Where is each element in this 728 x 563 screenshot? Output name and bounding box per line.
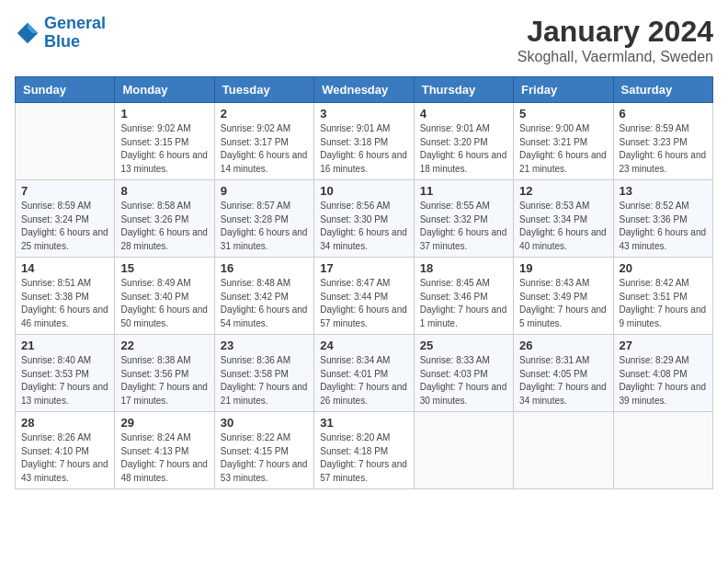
day-info: Sunrise: 9:01 AMSunset: 3:18 PMDaylight:… [320,122,407,176]
calendar-week-3: 21Sunrise: 8:40 AMSunset: 3:53 PMDayligh… [16,335,713,412]
day-number: 24 [320,339,407,352]
location-title: Skoghall, Vaermland, Sweden [518,49,713,65]
header-tuesday: Tuesday [214,77,313,103]
day-number: 22 [120,339,208,352]
header-sunday: Sunday [16,77,115,103]
day-number: 23 [221,339,308,352]
header-wednesday: Wednesday [314,77,414,103]
day-number: 25 [420,339,507,352]
calendar-cell: 6Sunrise: 8:59 AMSunset: 3:23 PMDaylight… [613,103,712,180]
day-info: Sunrise: 8:47 AMSunset: 3:44 PMDaylight:… [320,277,407,330]
calendar-week-1: 7Sunrise: 8:59 AMSunset: 3:24 PMDaylight… [16,180,713,258]
day-number: 19 [519,261,607,275]
day-number: 17 [320,261,407,275]
logo-line1: General [44,14,106,32]
calendar-cell: 7Sunrise: 8:59 AMSunset: 3:24 PMDaylight… [16,180,115,258]
day-info: Sunrise: 8:45 AMSunset: 3:46 PMDaylight:… [420,277,507,330]
day-number: 7 [21,184,108,198]
day-number: 29 [120,416,208,430]
logo-text: General Blue [44,15,106,52]
calendar-cell: 25Sunrise: 8:33 AMSunset: 4:03 PMDayligh… [414,335,513,412]
header-saturday: Saturday [613,77,712,103]
calendar-cell: 3Sunrise: 9:01 AMSunset: 3:18 PMDaylight… [314,103,414,180]
day-number: 6 [620,107,707,121]
day-info: Sunrise: 8:24 AMSunset: 4:13 PMDaylight:… [120,431,208,485]
day-info: Sunrise: 8:31 AMSunset: 4:05 PMDaylight:… [519,354,607,408]
day-number: 13 [620,184,707,198]
day-number: 2 [221,107,308,121]
day-info: Sunrise: 8:49 AMSunset: 3:40 PMDaylight:… [120,277,208,330]
day-info: Sunrise: 8:51 AMSunset: 3:38 PMDaylight:… [21,277,108,330]
day-number: 28 [21,416,108,430]
calendar-cell: 26Sunrise: 8:31 AMSunset: 4:05 PMDayligh… [514,335,613,412]
calendar-cell: 8Sunrise: 8:58 AMSunset: 3:26 PMDaylight… [115,180,214,258]
day-info: Sunrise: 8:26 AMSunset: 4:10 PMDaylight:… [21,431,108,485]
day-info: Sunrise: 8:36 AMSunset: 3:58 PMDaylight:… [221,354,308,408]
calendar-cell: 12Sunrise: 8:53 AMSunset: 3:34 PMDayligh… [514,180,613,258]
calendar-cell [414,412,513,489]
day-info: Sunrise: 8:43 AMSunset: 3:49 PMDaylight:… [519,277,607,330]
calendar-cell: 2Sunrise: 9:02 AMSunset: 3:17 PMDaylight… [214,103,313,180]
day-number: 14 [21,261,108,275]
day-info: Sunrise: 8:33 AMSunset: 4:03 PMDaylight:… [420,354,507,408]
day-number: 18 [420,261,507,275]
day-info: Sunrise: 8:52 AMSunset: 3:36 PMDaylight:… [620,200,707,253]
calendar-cell: 16Sunrise: 8:48 AMSunset: 3:42 PMDayligh… [214,258,313,335]
day-info: Sunrise: 8:55 AMSunset: 3:32 PMDaylight:… [420,200,507,253]
calendar-cell: 24Sunrise: 8:34 AMSunset: 4:01 PMDayligh… [314,335,414,412]
day-number: 12 [519,184,607,198]
day-info: Sunrise: 8:42 AMSunset: 3:51 PMDaylight:… [620,277,707,330]
day-number: 5 [519,107,607,121]
calendar-cell: 9Sunrise: 8:57 AMSunset: 3:28 PMDaylight… [214,180,313,258]
calendar-cell: 28Sunrise: 8:26 AMSunset: 4:10 PMDayligh… [16,412,115,489]
calendar-cell: 4Sunrise: 9:01 AMSunset: 3:20 PMDaylight… [414,103,513,180]
day-number: 1 [120,107,208,121]
day-number: 31 [320,416,407,430]
day-number: 15 [120,261,208,275]
header-friday: Friday [514,77,613,103]
calendar-table: SundayMondayTuesdayWednesdayThursdayFrid… [15,76,713,489]
day-info: Sunrise: 8:59 AMSunset: 3:23 PMDaylight:… [620,122,707,176]
day-info: Sunrise: 8:57 AMSunset: 3:28 PMDaylight:… [221,200,308,253]
day-number: 9 [221,184,308,198]
calendar-week-4: 28Sunrise: 8:26 AMSunset: 4:10 PMDayligh… [16,412,713,489]
day-number: 8 [120,184,208,198]
day-info: Sunrise: 8:38 AMSunset: 3:56 PMDaylight:… [120,354,208,408]
calendar-cell: 11Sunrise: 8:55 AMSunset: 3:32 PMDayligh… [414,180,513,258]
day-info: Sunrise: 8:53 AMSunset: 3:34 PMDaylight:… [519,200,607,253]
calendar-cell: 22Sunrise: 8:38 AMSunset: 3:56 PMDayligh… [115,335,214,412]
header-monday: Monday [115,77,214,103]
day-info: Sunrise: 9:00 AMSunset: 3:21 PMDaylight:… [519,122,607,176]
day-number: 11 [420,184,507,198]
day-info: Sunrise: 8:59 AMSunset: 3:24 PMDaylight:… [21,200,108,253]
day-number: 4 [420,107,507,121]
calendar-cell: 13Sunrise: 8:52 AMSunset: 3:36 PMDayligh… [613,180,712,258]
calendar-cell: 30Sunrise: 8:22 AMSunset: 4:15 PMDayligh… [214,412,313,489]
calendar-cell: 18Sunrise: 8:45 AMSunset: 3:46 PMDayligh… [414,258,513,335]
calendar-week-0: 1Sunrise: 9:02 AMSunset: 3:15 PMDaylight… [16,103,713,180]
calendar-cell: 20Sunrise: 8:42 AMSunset: 3:51 PMDayligh… [613,258,712,335]
day-info: Sunrise: 9:02 AMSunset: 3:17 PMDaylight:… [221,122,308,176]
day-info: Sunrise: 8:48 AMSunset: 3:42 PMDaylight:… [221,277,308,330]
day-number: 10 [320,184,407,198]
day-info: Sunrise: 8:20 AMSunset: 4:18 PMDaylight:… [320,431,407,485]
day-number: 21 [21,339,108,352]
day-info: Sunrise: 8:58 AMSunset: 3:26 PMDaylight:… [120,200,208,253]
calendar-cell [16,103,115,180]
day-info: Sunrise: 9:02 AMSunset: 3:15 PMDaylight:… [120,122,208,176]
calendar-cell: 31Sunrise: 8:20 AMSunset: 4:18 PMDayligh… [314,412,414,489]
month-title: January 2024 [518,15,713,49]
calendar-cell [514,412,613,489]
calendar-cell: 19Sunrise: 8:43 AMSunset: 3:49 PMDayligh… [514,258,613,335]
calendar-cell: 29Sunrise: 8:24 AMSunset: 4:13 PMDayligh… [115,412,214,489]
header-thursday: Thursday [414,77,513,103]
calendar-cell [613,412,712,489]
calendar-week-2: 14Sunrise: 8:51 AMSunset: 3:38 PMDayligh… [16,258,713,335]
calendar-cell: 10Sunrise: 8:56 AMSunset: 3:30 PMDayligh… [314,180,414,258]
calendar-cell: 14Sunrise: 8:51 AMSunset: 3:38 PMDayligh… [16,258,115,335]
calendar-cell: 5Sunrise: 9:00 AMSunset: 3:21 PMDaylight… [514,103,613,180]
day-info: Sunrise: 8:34 AMSunset: 4:01 PMDaylight:… [320,354,407,408]
day-number: 20 [620,261,707,275]
day-number: 27 [620,339,707,352]
title-block: January 2024 Skoghall, Vaermland, Sweden [518,15,713,65]
